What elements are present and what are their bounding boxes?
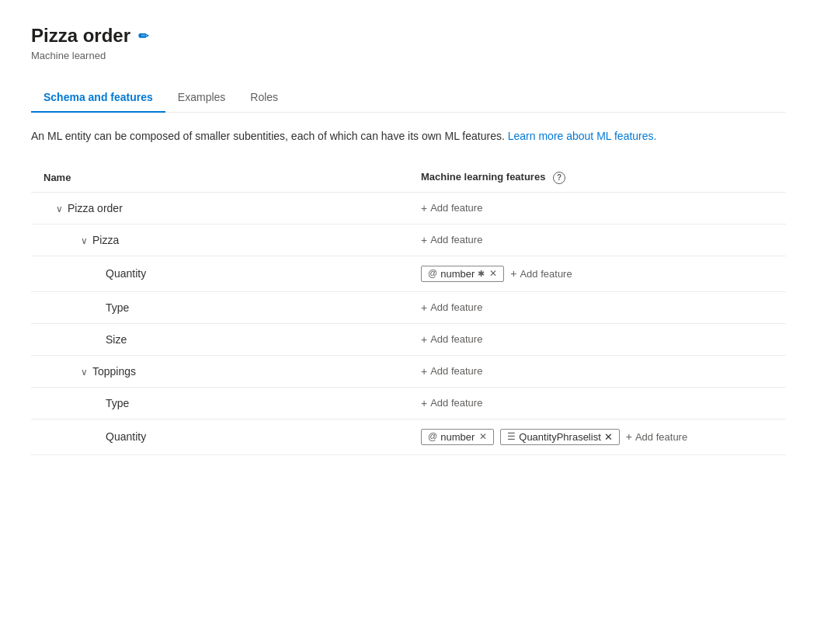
name-cell: ∨Pizza order <box>31 192 408 224</box>
remove-feature-button[interactable]: ✕ <box>479 431 487 442</box>
chevron-icon[interactable]: ∨ <box>81 367 88 378</box>
col-name-header: Name <box>31 163 408 192</box>
add-feature-button[interactable]: +Add feature <box>421 202 482 214</box>
feature-name: number <box>440 268 475 280</box>
table-row: ∨Toppings+Add feature <box>31 355 786 387</box>
plus-icon: + <box>510 267 516 280</box>
remove-feature-button[interactable]: ✕ <box>489 268 497 279</box>
add-feature-button[interactable]: +Add feature <box>510 267 572 280</box>
name-cell: ∨Toppings <box>31 355 408 387</box>
phraselist-feature-tag: ☰QuantityPhraselist✕ <box>500 429 620 445</box>
add-feature-label: Add feature <box>520 268 572 280</box>
add-feature-button[interactable]: +Add feature <box>421 365 482 378</box>
plus-icon: + <box>421 333 427 346</box>
table-row: Size+Add feature <box>31 323 786 355</box>
page-header: Pizza order ✏ <box>31 25 786 47</box>
feature-name: QuantityPhraselist <box>519 431 601 443</box>
features-cell: +Add feature <box>408 387 786 419</box>
add-feature-label: Add feature <box>430 333 482 345</box>
page-title: Pizza order <box>31 25 130 47</box>
table-row: ∨Pizza order+Add feature <box>31 192 786 224</box>
name-cell: Size <box>31 323 408 355</box>
add-feature-label: Add feature <box>430 365 482 377</box>
add-feature-label: Add feature <box>430 397 482 409</box>
name-cell: Type <box>31 387 408 419</box>
plus-icon: + <box>626 430 632 443</box>
features-cell: +Add feature <box>408 355 786 387</box>
add-feature-label: Add feature <box>430 301 482 313</box>
chevron-icon[interactable]: ∨ <box>56 204 63 214</box>
add-feature-button[interactable]: +Add feature <box>626 430 687 443</box>
help-icon[interactable]: ? <box>553 172 565 184</box>
table-row: Quantity@number✕☰QuantityPhraselist✕+Add… <box>31 419 786 454</box>
entity-name: Pizza <box>92 234 119 246</box>
description-text: An ML entity can be composed of smaller … <box>31 128 786 144</box>
remove-phraselist-button[interactable]: ✕ <box>604 431 613 443</box>
table-row: ∨Pizza+Add feature <box>31 224 786 256</box>
features-cell: +Add feature <box>408 323 786 355</box>
page-subtitle: Machine learned <box>31 50 786 61</box>
at-icon: @ <box>428 268 437 279</box>
chevron-icon[interactable]: ∨ <box>81 235 88 246</box>
entity-feature-tag: @number✱✕ <box>421 266 504 282</box>
edit-icon[interactable]: ✏ <box>138 29 148 44</box>
entity-name: Quantity <box>106 430 146 443</box>
features-cell: @number✕☰QuantityPhraselist✕+Add feature <box>408 419 786 454</box>
entity-feature-tag: @number✕ <box>421 429 494 445</box>
entity-name: Quantity <box>106 267 146 280</box>
name-cell: Type <box>31 291 408 323</box>
name-cell: ∨Pizza <box>31 224 408 256</box>
tabs-container: Schema and features Examples Roles <box>31 83 786 113</box>
learn-more-link[interactable]: Learn more about ML features. <box>508 130 657 142</box>
name-cell: Quantity <box>31 419 408 454</box>
tab-roles[interactable]: Roles <box>238 83 290 113</box>
at-icon: @ <box>428 431 437 442</box>
features-cell: +Add feature <box>408 291 786 323</box>
table-row: Quantity@number✱✕+Add feature <box>31 256 786 291</box>
list-icon: ☰ <box>507 431 516 442</box>
table-header-row: Name Machine learning features ? <box>31 163 786 192</box>
add-feature-button[interactable]: +Add feature <box>421 301 482 314</box>
add-feature-button[interactable]: +Add feature <box>421 333 482 346</box>
col-features-header: Machine learning features ? <box>408 163 786 192</box>
entity-name: Size <box>106 333 127 346</box>
table-row: Type+Add feature <box>31 387 786 419</box>
features-cell: @number✱✕+Add feature <box>408 256 786 291</box>
add-feature-button[interactable]: +Add feature <box>421 397 482 409</box>
schema-table: Name Machine learning features ? ∨Pizza … <box>31 163 786 455</box>
feature-name: number <box>440 431 475 443</box>
features-cell: +Add feature <box>408 192 786 224</box>
tab-examples[interactable]: Examples <box>165 83 238 113</box>
entity-name: Pizza order <box>68 202 123 214</box>
plus-icon: + <box>421 397 427 409</box>
add-feature-button[interactable]: +Add feature <box>421 234 482 246</box>
tab-schema[interactable]: Schema and features <box>31 83 165 113</box>
required-icon: ✱ <box>478 269 485 279</box>
entity-name: Type <box>106 301 129 314</box>
features-cell: +Add feature <box>408 224 786 256</box>
add-feature-label: Add feature <box>430 202 482 214</box>
entity-name: Type <box>106 397 129 409</box>
add-feature-label: Add feature <box>635 431 687 443</box>
plus-icon: + <box>421 234 427 246</box>
plus-icon: + <box>421 202 427 214</box>
page-container: Pizza order ✏ Machine learned Schema and… <box>0 0 817 480</box>
entity-name: Toppings <box>92 365 136 378</box>
add-feature-label: Add feature <box>430 234 482 245</box>
name-cell: Quantity <box>31 256 408 291</box>
plus-icon: + <box>421 301 427 314</box>
table-row: Type+Add feature <box>31 291 786 323</box>
plus-icon: + <box>421 365 427 378</box>
